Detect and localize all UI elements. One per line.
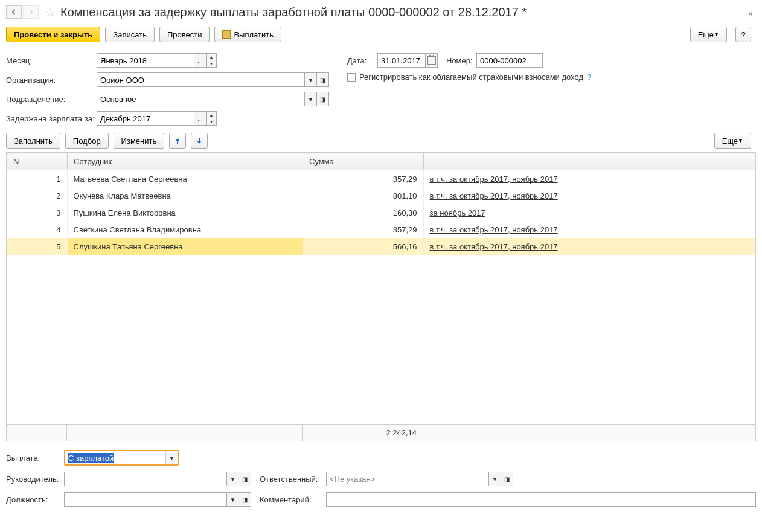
- help-button[interactable]: ?: [735, 27, 751, 42]
- delayed-select-button[interactable]: ...: [194, 111, 207, 126]
- manager-label: Руководитель:: [6, 475, 64, 484]
- date-calendar-button[interactable]: [426, 53, 438, 68]
- payout-icon: [222, 30, 231, 39]
- manager-dropdown-button[interactable]: ▼: [227, 472, 239, 486]
- org-input[interactable]: [97, 72, 305, 87]
- org-open-button[interactable]: ◨: [317, 72, 329, 87]
- arrow-down-icon: [196, 137, 203, 144]
- col-header-sum[interactable]: Сумма: [303, 153, 424, 170]
- move-up-button[interactable]: [169, 133, 186, 149]
- month-down-button[interactable]: ▼: [207, 60, 216, 67]
- detail-link[interactable]: в т.ч. за октябрь 2017, ноябрь 2017: [430, 225, 558, 234]
- table-row[interactable]: 2Окунева Клара Матвеевна801,10в т.ч. за …: [7, 187, 755, 204]
- dept-dropdown-button[interactable]: ▼: [305, 92, 317, 106]
- detail-link[interactable]: в т.ч. за октябрь 2017, ноябрь 2017: [430, 175, 558, 184]
- manager-open-button[interactable]: ◨: [239, 472, 251, 486]
- cell-n: 3: [7, 204, 67, 221]
- detail-link[interactable]: в т.ч. за октябрь 2017, ноябрь 2017: [430, 242, 558, 251]
- favorite-star-icon[interactable]: ☆: [45, 5, 56, 19]
- table-row[interactable]: 1Матвеева Светлана Сергеевна357,29в т.ч.…: [7, 170, 755, 187]
- cell-employee: Пушкина Елена Викторовна: [67, 204, 303, 221]
- date-label: Дата:: [347, 56, 377, 65]
- total-sum: 2 242,14: [303, 425, 423, 441]
- table-row[interactable]: 3Пушкина Елена Викторовна160,30за ноябрь…: [7, 204, 755, 221]
- col-header-detail[interactable]: [424, 153, 755, 170]
- arrow-left-icon: [11, 9, 17, 15]
- cell-n: 2: [7, 187, 67, 204]
- delayed-input[interactable]: [97, 111, 194, 126]
- register-help-icon[interactable]: ?: [587, 72, 592, 82]
- calendar-icon: [427, 56, 436, 65]
- fill-button[interactable]: Заполнить: [6, 133, 60, 149]
- number-label: Номер:: [446, 56, 476, 65]
- payout-dropdown-button[interactable]: ▼: [165, 451, 178, 464]
- post-button[interactable]: Провести: [159, 27, 210, 42]
- month-select-button[interactable]: ...: [194, 53, 207, 68]
- detail-link[interactable]: за ноябрь 2017: [430, 208, 485, 217]
- table-more-button[interactable]: Еще ▼: [714, 133, 751, 149]
- dept-input[interactable]: [97, 92, 305, 106]
- date-input[interactable]: [377, 53, 426, 68]
- post-and-close-button[interactable]: Провести и закрыть: [6, 27, 100, 42]
- close-icon[interactable]: ×: [748, 9, 753, 19]
- dept-label: Подразделение:: [6, 95, 97, 104]
- cell-employee: Светкина Светлана Владимировна: [67, 221, 303, 238]
- edit-button[interactable]: Изменить: [114, 133, 165, 149]
- position-input[interactable]: [64, 492, 227, 507]
- position-open-button[interactable]: ◨: [239, 492, 251, 507]
- cell-sum: 801,10: [303, 187, 423, 204]
- cell-detail: в т.ч. за октябрь 2017, ноябрь 2017: [423, 170, 755, 187]
- payout-select[interactable]: С зарплатой ▼: [64, 450, 179, 466]
- table-row[interactable]: 4Светкина Светлана Владимировна357,29в т…: [7, 221, 755, 238]
- more-button[interactable]: Еще ▼: [690, 27, 727, 42]
- nav-back-button[interactable]: [6, 5, 22, 19]
- cell-employee: Слушкина Татьяна Сергеевна: [67, 238, 303, 255]
- cell-detail: за ноябрь 2017: [423, 204, 755, 221]
- detail-link[interactable]: в т.ч. за октябрь 2017, ноябрь 2017: [430, 191, 558, 200]
- save-button[interactable]: Записать: [105, 27, 155, 42]
- payout-label: Выплата:: [6, 453, 64, 463]
- cell-employee: Окунева Клара Матвеевна: [67, 187, 303, 204]
- delayed-down-button[interactable]: ▼: [207, 118, 216, 125]
- table-row[interactable]: 5Слушкина Татьяна Сергеевна566,16в т.ч. …: [7, 238, 755, 255]
- register-income-label: Регистрировать как облагаемый страховыми…: [359, 72, 583, 82]
- org-dropdown-button[interactable]: ▼: [305, 72, 317, 87]
- page-title: Компенсация за задержку выплаты заработн…: [60, 5, 527, 19]
- nav-forward-button[interactable]: [23, 5, 39, 19]
- col-header-n[interactable]: N: [7, 153, 68, 170]
- org-label: Организация:: [6, 75, 97, 85]
- cell-sum: 566,16: [303, 238, 423, 255]
- responsible-open-button[interactable]: ◨: [501, 472, 513, 486]
- arrow-right-icon: [28, 9, 34, 15]
- cell-detail: в т.ч. за октябрь 2017, ноябрь 2017: [423, 187, 755, 204]
- more-button-label: Еще: [698, 30, 714, 39]
- pick-button[interactable]: Подбор: [65, 133, 109, 149]
- chevron-down-icon: ▼: [738, 138, 743, 144]
- cell-detail: в т.ч. за октябрь 2017, ноябрь 2017: [423, 238, 755, 255]
- cell-n: 4: [7, 221, 67, 238]
- cell-employee: Матвеева Светлана Сергеевна: [67, 170, 303, 187]
- dept-open-button[interactable]: ◨: [317, 92, 329, 106]
- month-label: Месяц:: [6, 56, 97, 65]
- col-header-employee[interactable]: Сотрудник: [68, 153, 303, 170]
- delayed-up-button[interactable]: ▲: [207, 112, 216, 118]
- payout-value: С зарплатой: [68, 453, 114, 463]
- position-dropdown-button[interactable]: ▼: [227, 492, 239, 507]
- payout-button-label: Выплатить: [234, 30, 274, 39]
- month-input[interactable]: [97, 53, 194, 68]
- chevron-down-icon: ▼: [714, 31, 719, 37]
- comment-input[interactable]: [326, 492, 756, 507]
- cell-sum: 160,30: [303, 204, 423, 221]
- register-income-checkbox[interactable]: [347, 73, 356, 82]
- number-input[interactable]: [476, 53, 543, 68]
- delayed-label: Задержана зарплата за:: [6, 114, 97, 123]
- month-up-button[interactable]: ▲: [207, 54, 216, 60]
- table-more-label: Еще: [722, 136, 738, 146]
- responsible-input[interactable]: [326, 472, 489, 486]
- cell-n: 1: [7, 170, 67, 187]
- move-down-button[interactable]: [191, 133, 208, 149]
- responsible-dropdown-button[interactable]: ▼: [489, 472, 501, 486]
- payout-button[interactable]: Выплатить: [214, 27, 281, 42]
- manager-input[interactable]: [64, 472, 227, 486]
- responsible-label: Ответственный:: [260, 475, 326, 484]
